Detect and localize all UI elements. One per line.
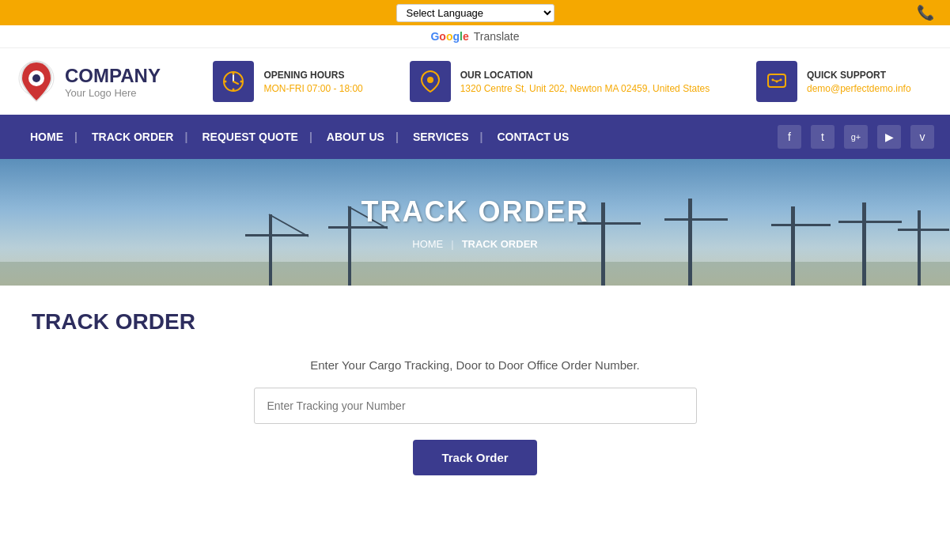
nav-item-request-quote[interactable]: REQUEST QUOTE [187,115,312,159]
svg-rect-26 [664,218,728,221]
navbar: HOME TRACK ORDER REQUEST QUOTE ABOUT US … [0,115,950,159]
location-detail: 1320 Centre St, Unit 202, Newton MA 0245… [460,83,710,94]
tracking-number-input[interactable] [254,388,697,424]
track-order-button[interactable]: Track Order [413,440,536,475]
svg-point-13 [771,79,774,81]
twitter-icon[interactable]: t [811,125,835,149]
youtube-icon[interactable]: ▶ [877,125,901,149]
location-block: OUR LOCATION 1320 Centre St, Unit 202, N… [410,61,710,102]
header-info: OPENING HOURS MON-FRI 07:00 - 18:00 OUR … [190,61,934,102]
svg-line-5 [233,81,238,84]
svg-line-19 [269,214,308,236]
opening-hours-text: OPENING HOURS MON-FRI 07:00 - 18:00 [263,70,362,94]
svg-rect-27 [791,206,795,286]
location-title: OUR LOCATION [460,70,710,81]
svg-rect-17 [269,214,272,286]
svg-rect-25 [688,199,692,286]
svg-point-6 [225,81,227,83]
vimeo-icon[interactable]: v [910,125,934,149]
hero-title: TRACK ORDER [361,195,589,229]
breadcrumb-separator: | [451,238,453,250]
support-title: QUICK SUPPORT [807,70,911,81]
nav-item-services[interactable]: SERVICES [399,115,483,159]
hero-banner: TRACK ORDER HOME | TRACK ORDER [0,159,950,286]
nav-item-track-order[interactable]: TRACK ORDER [78,115,187,159]
nav-social: f t g+ ▶ v [778,125,934,149]
svg-rect-30 [838,221,902,223]
google-plus-icon[interactable]: g+ [844,125,868,149]
breadcrumb: HOME | TRACK ORDER [361,238,589,250]
support-text: QUICK SUPPORT demo@perfectdemo.info [807,70,911,94]
svg-rect-23 [601,202,605,286]
breadcrumb-current: TRACK ORDER [462,238,538,250]
track-button-wrapper: Track Order [32,440,918,475]
opening-hours-block: OPENING HOURS MON-FRI 07:00 - 18:00 [213,61,362,102]
svg-rect-28 [771,224,831,226]
google-logo: Google [430,30,468,43]
location-text: OUR LOCATION 1320 Centre St, Unit 202, N… [460,70,710,94]
translate-bar: Google Translate [0,25,950,48]
svg-point-14 [775,81,778,83]
nav-links: HOME TRACK ORDER REQUEST QUOTE ABOUT US … [16,115,778,159]
logo-text: COMPANY Your Logo Here [65,65,161,99]
logo-tagline: Your Logo Here [65,87,161,99]
facebook-icon[interactable]: f [778,125,801,149]
svg-rect-20 [348,206,351,286]
logo-icon [16,58,57,105]
svg-rect-32 [898,229,949,231]
hero-content: TRACK ORDER HOME | TRACK ORDER [361,195,589,250]
opening-hours-title: OPENING HOURS [263,70,362,81]
support-block: QUICK SUPPORT demo@perfectdemo.info [756,61,911,102]
phone-icon: 📞 [917,4,934,21]
top-bar: Select Language English Spanish French G… [0,0,950,25]
svg-rect-29 [862,202,866,286]
location-icon [410,61,451,102]
translate-label: Translate [474,30,520,43]
support-detail: demo@perfectdemo.info [807,83,911,94]
svg-point-7 [240,81,243,83]
opening-hours-icon [213,61,254,102]
nav-item-about-us[interactable]: ABOUT US [312,115,399,159]
company-name: COMPANY [65,65,161,87]
header: COMPANY Your Logo Here OPENING HOURS MON [0,48,950,115]
support-icon [756,61,797,102]
svg-point-2 [32,74,40,82]
svg-rect-18 [245,234,308,236]
nav-item-home[interactable]: HOME [16,115,78,159]
svg-point-9 [233,89,235,91]
svg-point-15 [779,79,782,81]
logo-area: COMPANY Your Logo Here [16,58,190,105]
page-section-title: TRACK ORDER [32,309,918,335]
breadcrumb-home[interactable]: HOME [412,238,443,250]
opening-hours-detail: MON-FRI 07:00 - 18:00 [263,83,362,94]
nav-item-contact-us[interactable]: CONTACT US [483,115,583,159]
main-content: TRACK ORDER Enter Your Cargo Tracking, D… [0,286,950,499]
svg-point-8 [233,73,235,75]
language-select[interactable]: Select Language English Spanish French G… [396,4,554,22]
svg-rect-31 [918,210,921,286]
svg-point-10 [427,77,433,83]
svg-rect-16 [0,262,950,286]
tracking-description: Enter Your Cargo Tracking, Door to Door … [32,358,918,372]
